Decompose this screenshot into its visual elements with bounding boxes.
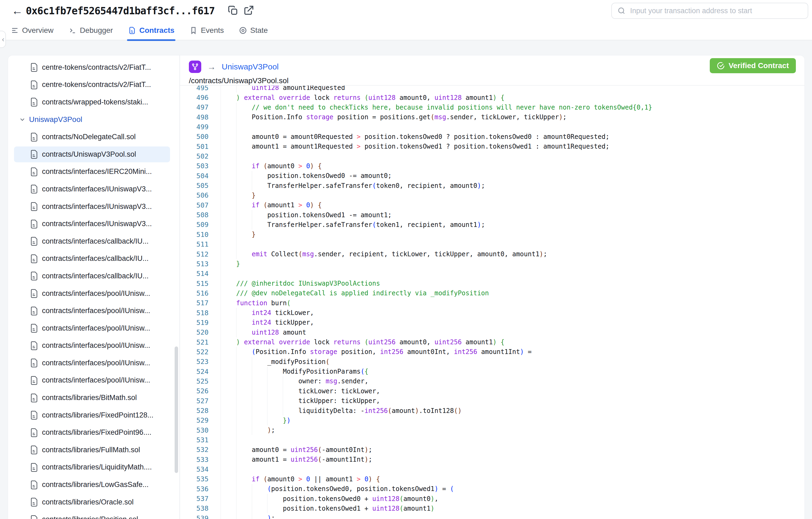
tree-file-item[interactable]: contracts/NoDelegateCall.sol xyxy=(8,128,179,146)
code-line: 523_modifyPosition( xyxy=(180,357,805,366)
search-input[interactable] xyxy=(630,7,802,15)
indent-guide xyxy=(267,416,283,425)
tab-debugger[interactable]: Debugger xyxy=(68,23,113,40)
tree-file-item[interactable]: contracts/interfaces/pool/IUnisw... xyxy=(8,372,179,389)
tree-file-item[interactable]: contracts/libraries/Oracle.sol xyxy=(8,493,179,511)
line-number: 527 xyxy=(180,397,208,405)
tree-file-item[interactable]: contracts/libraries/FullMath.sol xyxy=(8,441,179,459)
tree-file-item[interactable]: contracts/interfaces/callback/IU... xyxy=(8,250,179,268)
tree-file-item[interactable]: contracts/libraries/LowGasSafe... xyxy=(8,476,179,493)
code-text: uint128 amount1Requested xyxy=(221,85,345,92)
indent-guide xyxy=(252,425,267,435)
tab-events[interactable]: Events xyxy=(190,23,224,40)
code-line: 518int24 tickLower, xyxy=(180,308,805,318)
tab-contracts[interactable]: Contracts xyxy=(128,23,175,40)
code-text xyxy=(221,151,252,161)
tree-file-item[interactable]: contracts/interfaces/callback/IU... xyxy=(8,267,179,285)
copy-icon[interactable] xyxy=(227,5,239,16)
line-number: 522 xyxy=(180,348,208,356)
line-number: 499 xyxy=(180,123,208,131)
tree-file-item[interactable]: contracts/interfaces/pool/IUnisw... xyxy=(8,337,179,355)
tree-file-item[interactable]: contracts/interfaces/pool/IUnisw... xyxy=(8,285,179,302)
line-number: 535 xyxy=(180,475,208,483)
tree-file-item[interactable]: contracts/interfaces/IERC20Mini... xyxy=(8,163,179,181)
line-number: 538 xyxy=(180,504,208,512)
line-number: 533 xyxy=(180,456,208,464)
tab-state[interactable]: State xyxy=(239,23,268,40)
code-line: 508position.tokensOwed1 -= amount1; xyxy=(180,210,805,220)
line-number: 508 xyxy=(180,211,208,219)
tab-bar: OverviewDebuggerContractsEventsState xyxy=(11,23,268,40)
tree-file-item[interactable]: contracts/interfaces/pool/IUnisw... xyxy=(8,302,179,320)
code-line: 511 xyxy=(180,240,805,249)
code-text: liquidityDelta: -int256(amount).toInt128… xyxy=(221,406,462,415)
tree-file-item[interactable]: centre-tokens/contracts/v2/FiatT... xyxy=(8,59,179,76)
file-label: contracts/interfaces/pool/IUnisw... xyxy=(42,290,150,298)
indent-guide xyxy=(267,386,283,396)
tab-overview[interactable]: Overview xyxy=(11,23,54,40)
file-icon xyxy=(30,132,38,142)
indent-guide xyxy=(221,504,236,513)
tree-file-item[interactable]: contracts/UniswapV3Pool.sol xyxy=(8,146,179,163)
tree-file-item[interactable]: contracts/libraries/BitMath.sol xyxy=(8,389,179,407)
code-text: if (amount1 > 0) { xyxy=(221,200,322,210)
tree-file-item[interactable]: centre-tokens/contracts/v2/FiatT... xyxy=(8,76,179,94)
indent-guide xyxy=(236,161,252,171)
contract-name-link[interactable]: UniswapV3Pool xyxy=(222,62,279,71)
file-icon xyxy=(30,237,38,246)
back-button[interactable]: ← xyxy=(10,4,24,18)
file-tree-sidebar: centre-tokens/contracts/v2/FiatT...centr… xyxy=(8,55,179,519)
code-text: } xyxy=(221,229,256,239)
document-icon xyxy=(128,26,136,34)
tree-file-item[interactable]: contracts/libraries/Position.sol xyxy=(8,511,179,519)
indent-guide xyxy=(221,328,236,337)
indent-guide xyxy=(236,181,252,190)
tree-file-item[interactable]: contracts/libraries/FixedPoint96.... xyxy=(8,424,179,441)
tree-file-item[interactable]: contracts/interfaces/IUniswapV3... xyxy=(8,215,179,233)
tree-file-item[interactable]: contracts/wrapped-tokens/staki... xyxy=(8,93,179,111)
tree-file-item[interactable]: contracts/interfaces/IUniswapV3... xyxy=(8,198,179,215)
code-text: (position.tokensOwed0, position.tokensOw… xyxy=(221,484,454,494)
indent-guide xyxy=(221,337,236,347)
file-icon xyxy=(30,167,38,176)
tab-label: Events xyxy=(201,26,224,35)
indent-guide xyxy=(221,229,236,239)
sidebar-scrollbar-thumb[interactable] xyxy=(175,347,178,473)
search-box[interactable] xyxy=(611,3,808,19)
tab-label: State xyxy=(250,26,268,35)
file-icon xyxy=(30,63,38,72)
indent-guide xyxy=(236,484,252,494)
code-line: 528liquidityDelta: -int256(amount).toInt… xyxy=(180,406,805,415)
sidebar-collapse-handle[interactable]: ‹ xyxy=(0,31,6,48)
tab-label: Overview xyxy=(22,26,54,35)
code-text: } xyxy=(221,191,256,200)
code-line: 501amount1 = amount1Requested > position… xyxy=(180,142,805,151)
file-icon xyxy=(30,376,38,385)
file-label: contracts/interfaces/IERC20Mini... xyxy=(42,167,152,176)
tree-file-item[interactable]: contracts/interfaces/pool/IUnisw... xyxy=(8,354,179,372)
line-number: 503 xyxy=(180,162,208,170)
line-number: 521 xyxy=(180,338,208,346)
code-line: 499 xyxy=(180,122,805,132)
tree-file-item[interactable]: contracts/interfaces/IUniswapV3... xyxy=(8,180,179,198)
tree-file-item[interactable]: contracts/libraries/FixedPoint128... xyxy=(8,407,179,424)
tree-file-item[interactable]: contracts/libraries/LiquidityMath.... xyxy=(8,459,179,476)
tree-group-item[interactable]: UniswapV3Pool xyxy=(8,111,179,129)
file-label: contracts/libraries/LiquidityMath.... xyxy=(42,463,152,471)
code-text: } xyxy=(221,259,240,269)
code-line: 509TransferHelper.safeTransfer(token1, r… xyxy=(180,220,805,229)
tree-file-item[interactable]: contracts/interfaces/pool/IUnisw... xyxy=(8,320,179,337)
breadcrumb: → UniswapV3Pool xyxy=(189,60,279,73)
indent-guide xyxy=(236,416,252,425)
indent-guide xyxy=(221,269,236,279)
file-label: contracts/NoDelegateCall.sol xyxy=(42,133,136,141)
file-label: contracts/libraries/FixedPoint96.... xyxy=(42,428,151,437)
code-viewer[interactable]: 495uint128 amount1Requested496) external… xyxy=(180,85,805,519)
code-line: 500amount0 = amount0Requested > position… xyxy=(180,132,805,142)
external-link-icon[interactable] xyxy=(243,5,254,16)
tree-file-item[interactable]: contracts/interfaces/callback/IU... xyxy=(8,233,179,250)
indent-guide xyxy=(236,455,252,464)
indent-guide xyxy=(221,425,236,435)
indent-guide xyxy=(236,504,252,513)
indent-guide xyxy=(221,308,236,318)
